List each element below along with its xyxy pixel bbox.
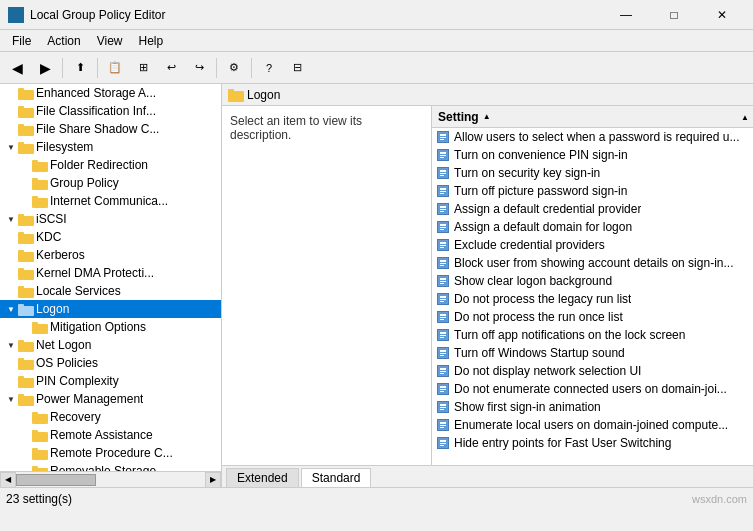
expander-logon[interactable]: ▼ bbox=[4, 302, 18, 316]
h-scroll-right[interactable]: ▶ bbox=[205, 472, 221, 488]
tree-item-folder-redirection[interactable]: Folder Redirection bbox=[0, 156, 221, 174]
menu-item-file[interactable]: File bbox=[4, 32, 39, 50]
back2-button[interactable]: ↩ bbox=[158, 56, 184, 80]
tree-item-power-management[interactable]: ▼ Power Management bbox=[0, 390, 221, 408]
expander-power-management[interactable]: ▼ bbox=[4, 392, 18, 406]
tree-item-os-policies[interactable]: OS Policies bbox=[0, 354, 221, 372]
show-hide-button[interactable]: 📋 bbox=[102, 56, 128, 80]
expander-iscsi[interactable]: ▼ bbox=[4, 212, 18, 226]
tab-standard[interactable]: Standard bbox=[301, 468, 372, 487]
svg-rect-109 bbox=[440, 409, 444, 410]
setting-icon-s6 bbox=[436, 220, 450, 234]
tree-h-scrollbar: ◀ ▶ bbox=[0, 471, 221, 487]
setting-label-s6: Assign a default domain for logon bbox=[454, 220, 632, 234]
tree-item-file-share-shadow[interactable]: File Share Shadow C... bbox=[0, 120, 221, 138]
tree-item-group-policy[interactable]: Group Policy bbox=[0, 174, 221, 192]
tree-item-kdc[interactable]: KDC bbox=[0, 228, 221, 246]
setting-item-s14[interactable]: Do not display network selection UI bbox=[432, 362, 753, 380]
setting-label-s8: Block user from showing account details … bbox=[454, 256, 733, 270]
tree-item-logon[interactable]: ▼ Logon bbox=[0, 300, 221, 318]
menu-item-help[interactable]: Help bbox=[131, 32, 172, 50]
setting-item-s15[interactable]: Do not enumerate connected users on doma… bbox=[432, 380, 753, 398]
setting-label-s3: Turn on security key sign-in bbox=[454, 166, 600, 180]
expander-remote-procedure bbox=[18, 446, 32, 460]
setting-item-s3[interactable]: Turn on security key sign-in bbox=[432, 164, 753, 182]
forward2-button[interactable]: ↪ bbox=[186, 56, 212, 80]
expander-pin-complexity bbox=[4, 374, 18, 388]
setting-item-s16[interactable]: Show first sign-in animation bbox=[432, 398, 753, 416]
tree-item-internet-communica[interactable]: Internet Communica... bbox=[0, 192, 221, 210]
tree-scroll[interactable]: Enhanced Storage A... File Classificatio… bbox=[0, 84, 221, 471]
svg-rect-104 bbox=[440, 389, 446, 390]
minimize-button[interactable]: — bbox=[603, 0, 649, 30]
setting-icon-s4 bbox=[436, 184, 450, 198]
setting-label-s16: Show first sign-in animation bbox=[454, 400, 601, 414]
setting-item-s17[interactable]: Enumerate local users on domain-joined c… bbox=[432, 416, 753, 434]
svg-rect-37 bbox=[32, 412, 38, 416]
expander-kerberos bbox=[4, 248, 18, 262]
h-scroll-thumb[interactable] bbox=[16, 474, 96, 486]
tree-item-kernel-dma[interactable]: Kernel DMA Protecti... bbox=[0, 264, 221, 282]
tree-item-remote-assistance[interactable]: Remote Assistance bbox=[0, 426, 221, 444]
tree-item-filesystem[interactable]: ▼ Filesystem bbox=[0, 138, 221, 156]
tree-label-file-classification: File Classification Inf... bbox=[36, 104, 156, 118]
properties-button[interactable]: ⚙ bbox=[221, 56, 247, 80]
tree-item-removable-storage[interactable]: Removable Storage ... bbox=[0, 462, 221, 471]
filter-button[interactable]: ⊟ bbox=[284, 56, 310, 80]
setting-item-s10[interactable]: Do not process the legacy run list bbox=[432, 290, 753, 308]
svg-rect-57 bbox=[440, 175, 444, 176]
settings-list[interactable]: Allow users to select when a password is… bbox=[432, 128, 753, 465]
svg-rect-112 bbox=[440, 425, 446, 426]
svg-rect-43 bbox=[32, 466, 38, 470]
h-scroll-left[interactable]: ◀ bbox=[0, 472, 16, 488]
svg-rect-17 bbox=[18, 232, 24, 236]
tree-panel: Enhanced Storage A... File Classificatio… bbox=[0, 84, 222, 487]
tree-item-recovery[interactable]: Recovery bbox=[0, 408, 221, 426]
tree-item-locale-services[interactable]: Locale Services bbox=[0, 282, 221, 300]
setting-icon-img-s5 bbox=[437, 203, 449, 215]
tree-item-remote-procedure[interactable]: Remote Procedure C... bbox=[0, 444, 221, 462]
setting-item-s9[interactable]: Show clear logon background bbox=[432, 272, 753, 290]
tab-extended[interactable]: Extended bbox=[226, 468, 299, 487]
setting-item-s7[interactable]: Exclude credential providers bbox=[432, 236, 753, 254]
svg-rect-105 bbox=[440, 391, 444, 392]
setting-item-s4[interactable]: Turn off picture password sign-in bbox=[432, 182, 753, 200]
up-button[interactable]: ⬆ bbox=[67, 56, 93, 80]
tree-item-iscsi[interactable]: ▼ iSCSI bbox=[0, 210, 221, 228]
tree-item-mitigation-options[interactable]: Mitigation Options bbox=[0, 318, 221, 336]
folder-icon-net-logon bbox=[18, 337, 34, 353]
svg-rect-65 bbox=[440, 211, 444, 212]
setting-icon-s14 bbox=[436, 364, 450, 378]
tree-item-kerberos[interactable]: Kerberos bbox=[0, 246, 221, 264]
menu-item-view[interactable]: View bbox=[89, 32, 131, 50]
help-button[interactable]: ? bbox=[256, 56, 282, 80]
scroll-up-button[interactable]: ▲ bbox=[737, 106, 753, 128]
svg-rect-11 bbox=[32, 178, 38, 182]
tree-item-net-logon[interactable]: ▼ Net Logon bbox=[0, 336, 221, 354]
setting-item-s13[interactable]: Turn off Windows Startup sound bbox=[432, 344, 753, 362]
setting-item-s5[interactable]: Assign a default credential provider bbox=[432, 200, 753, 218]
setting-item-s18[interactable]: Hide entry points for Fast User Switchin… bbox=[432, 434, 753, 452]
expander-removable-storage bbox=[18, 464, 32, 471]
menu-item-action[interactable]: Action bbox=[39, 32, 88, 50]
close-button[interactable]: ✕ bbox=[699, 0, 745, 30]
expander-net-logon[interactable]: ▼ bbox=[4, 338, 18, 352]
tree-item-enhanced-storage[interactable]: Enhanced Storage A... bbox=[0, 84, 221, 102]
setting-icon-img-s8 bbox=[437, 257, 449, 269]
tree-item-pin-complexity[interactable]: PIN Complexity bbox=[0, 372, 221, 390]
tree-item-file-classification[interactable]: File Classification Inf... bbox=[0, 102, 221, 120]
setting-icon-s16 bbox=[436, 400, 450, 414]
forward-button[interactable]: ▶ bbox=[32, 56, 58, 80]
expander-filesystem[interactable]: ▼ bbox=[4, 140, 18, 154]
new-window-button[interactable]: ⊞ bbox=[130, 56, 156, 80]
maximize-button[interactable]: □ bbox=[651, 0, 697, 30]
setting-item-s12[interactable]: Turn off app notifications on the lock s… bbox=[432, 326, 753, 344]
setting-item-s11[interactable]: Do not process the run once list bbox=[432, 308, 753, 326]
setting-item-s2[interactable]: Turn on convenience PIN sign-in bbox=[432, 146, 753, 164]
back-button[interactable]: ◀ bbox=[4, 56, 30, 80]
setting-item-s1[interactable]: Allow users to select when a password is… bbox=[432, 128, 753, 146]
setting-item-s6[interactable]: Assign a default domain for logon bbox=[432, 218, 753, 236]
setting-item-s8[interactable]: Block user from showing account details … bbox=[432, 254, 753, 272]
svg-rect-33 bbox=[18, 376, 24, 380]
setting-icon-img-s3 bbox=[437, 167, 449, 179]
